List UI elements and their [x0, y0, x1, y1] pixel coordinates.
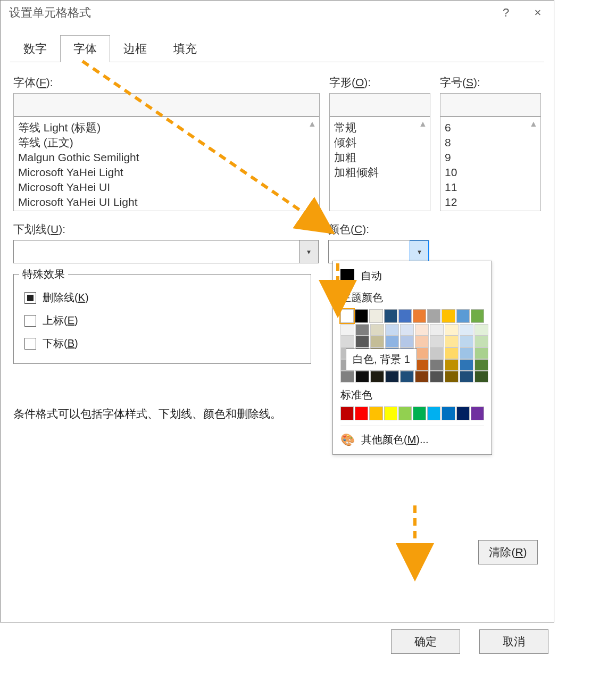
color-swatch[interactable]	[400, 336, 414, 347]
color-swatch[interactable]	[415, 347, 429, 359]
help-button[interactable]: ?	[490, 1, 522, 25]
color-swatch[interactable]	[427, 406, 440, 420]
checkbox-strikethrough[interactable]: 删除线(K)	[24, 290, 300, 305]
font-listbox[interactable]: 等线 Light (标题) 等线 (正文) Malgun Gothic Semi…	[13, 117, 320, 211]
color-swatch[interactable]	[475, 371, 488, 383]
color-swatch[interactable]	[445, 371, 459, 383]
more-colors-button[interactable]: 🎨 其他颜色(M)...	[340, 426, 484, 449]
color-auto-row[interactable]: 自动	[340, 269, 484, 283]
color-swatch[interactable]	[415, 324, 429, 336]
color-swatch[interactable]	[430, 336, 444, 347]
list-item[interactable]: 常规	[334, 120, 415, 135]
underline-dropdown[interactable]: ▾	[13, 240, 319, 263]
tab-number[interactable]: 数字	[10, 35, 60, 62]
scroll-up-icon[interactable]: ▲	[417, 119, 429, 129]
list-item[interactable]: 等线 Light (标题)	[18, 120, 304, 135]
color-swatch[interactable]	[427, 309, 440, 323]
color-swatch[interactable]	[471, 309, 484, 323]
color-swatch[interactable]	[413, 309, 426, 323]
color-swatch[interactable]	[355, 406, 368, 420]
color-swatch[interactable]	[340, 336, 354, 347]
color-swatch[interactable]	[398, 309, 412, 323]
color-swatch[interactable]	[400, 371, 414, 383]
color-swatch[interactable]	[475, 347, 488, 359]
list-item[interactable]: 加粗倾斜	[334, 165, 415, 180]
style-input[interactable]	[329, 93, 430, 117]
color-swatch[interactable]	[430, 347, 444, 359]
color-swatch[interactable]	[442, 309, 455, 323]
ok-button[interactable]: 确定	[391, 629, 460, 654]
color-swatch[interactable]	[445, 324, 459, 336]
color-swatch[interactable]	[385, 336, 399, 347]
color-swatch[interactable]	[355, 336, 369, 347]
color-swatch[interactable]	[475, 324, 488, 336]
style-listbox[interactable]: 常规 倾斜 加粗 加粗倾斜 ▲	[329, 117, 430, 211]
list-item[interactable]: 8	[445, 135, 526, 150]
list-item[interactable]: 9	[445, 150, 526, 165]
color-swatch[interactable]	[471, 406, 484, 420]
color-swatch[interactable]	[355, 324, 369, 336]
chevron-down-icon[interactable]: ▾	[410, 240, 429, 263]
color-swatch[interactable]	[475, 359, 488, 371]
color-swatch[interactable]	[370, 336, 384, 347]
chevron-down-icon[interactable]: ▾	[299, 240, 318, 263]
clear-button[interactable]: 清除(R)	[478, 540, 538, 564]
list-item[interactable]: 12	[445, 195, 526, 210]
list-item[interactable]: Malgun Gothic Semilight	[18, 150, 304, 165]
tab-font[interactable]: 字体	[60, 35, 110, 62]
list-item[interactable]: 11	[445, 180, 526, 195]
size-listbox[interactable]: 6 8 9 10 11 12 ▲	[440, 117, 541, 211]
color-swatch[interactable]	[355, 309, 368, 323]
color-swatch[interactable]	[442, 406, 455, 420]
color-swatch[interactable]	[445, 347, 459, 359]
color-swatch[interactable]	[460, 371, 473, 383]
color-swatch[interactable]	[340, 324, 354, 336]
color-swatch[interactable]	[430, 359, 444, 371]
list-item[interactable]: 6	[445, 120, 526, 135]
color-swatch[interactable]	[456, 406, 470, 420]
color-swatch[interactable]	[460, 324, 473, 336]
font-input[interactable]	[13, 93, 320, 117]
list-item[interactable]: 等线 (正文)	[18, 135, 304, 150]
color-dropdown[interactable]: ▾	[328, 240, 429, 263]
size-input[interactable]	[440, 93, 541, 117]
color-swatch[interactable]	[384, 309, 397, 323]
color-swatch[interactable]	[400, 324, 414, 336]
tab-fill[interactable]: 填充	[160, 35, 210, 62]
color-swatch[interactable]	[340, 371, 354, 383]
tab-border[interactable]: 边框	[110, 35, 160, 62]
color-swatch[interactable]	[460, 336, 473, 347]
color-swatch[interactable]	[385, 324, 399, 336]
scroll-up-icon[interactable]: ▲	[528, 119, 539, 129]
color-swatch[interactable]	[415, 359, 429, 371]
color-swatch[interactable]	[475, 336, 488, 347]
list-item[interactable]: Microsoft YaHei UI Light	[18, 195, 304, 210]
checkbox-subscript[interactable]: 下标(B)	[24, 336, 300, 351]
color-swatch[interactable]	[430, 324, 444, 336]
color-swatch[interactable]	[385, 371, 399, 383]
color-swatch[interactable]	[369, 309, 382, 323]
color-swatch[interactable]	[384, 406, 397, 420]
list-item[interactable]: 倾斜	[334, 135, 415, 150]
color-swatch[interactable]	[460, 347, 473, 359]
color-swatch[interactable]	[445, 336, 459, 347]
color-swatch[interactable]	[370, 324, 384, 336]
list-item[interactable]: 10	[445, 165, 526, 180]
color-swatch[interactable]	[460, 359, 473, 371]
cancel-button[interactable]: 取消	[479, 629, 548, 654]
close-button[interactable]: ×	[522, 1, 554, 25]
color-swatch[interactable]	[355, 371, 369, 383]
color-swatch[interactable]	[415, 371, 429, 383]
color-swatch[interactable]	[340, 309, 354, 323]
list-item[interactable]: Microsoft YaHei Light	[18, 165, 304, 180]
color-swatch[interactable]	[398, 406, 412, 420]
color-swatch[interactable]	[413, 406, 426, 420]
checkbox-superscript[interactable]: 上标(E)	[24, 313, 300, 328]
scroll-up-icon[interactable]: ▲	[306, 119, 318, 129]
color-swatch[interactable]	[445, 359, 459, 371]
color-swatch[interactable]	[340, 406, 354, 420]
color-swatch[interactable]	[430, 371, 444, 383]
color-swatch[interactable]	[370, 371, 384, 383]
list-item[interactable]: 加粗	[334, 150, 415, 165]
list-item[interactable]: Microsoft YaHei UI	[18, 180, 304, 195]
